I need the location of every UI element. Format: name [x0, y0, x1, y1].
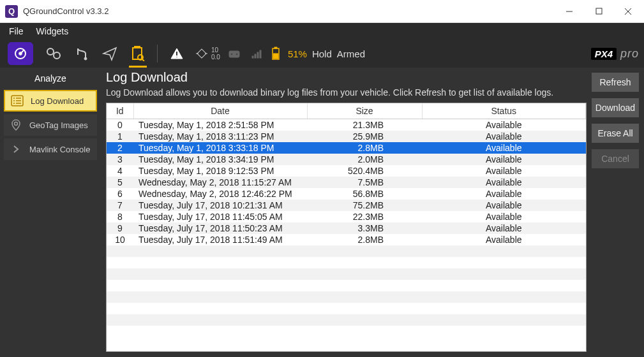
brand-q-icon[interactable] — [8, 42, 33, 65]
svg-rect-20 — [252, 56, 253, 58]
sidebar: Analyze Log Download GeoTag Images Mavli… — [0, 68, 101, 357]
cell-id: 8 — [107, 211, 133, 222]
table-row[interactable]: 9Tuesday, July 17, 2018 11:50:23 AM3.3MB… — [107, 222, 586, 234]
gps-stats: 10 0.0 — [211, 47, 220, 61]
cell-status: Available — [422, 211, 586, 222]
px4-pro-label: pro — [620, 47, 639, 61]
cell-date: Tuesday, July 17, 2018 11:50:23 AM — [133, 222, 307, 234]
cell-date: Tuesday, July 17, 2018 11:51:49 AM — [133, 234, 307, 245]
table-row[interactable]: 6Wednesday, May 2, 2018 12:46:22 PM56.8M… — [107, 188, 586, 200]
sidebar-item-geotag[interactable]: GeoTag Images — [4, 114, 97, 136]
cell-date: Tuesday, May 1, 2018 3:34:19 PM — [133, 154, 307, 165]
table-row[interactable]: 7Tuesday, July 17, 2018 10:21:31 AM75.2M… — [107, 200, 586, 211]
cell-size: 2.8MB — [307, 234, 422, 245]
cell-size: 2.8MB — [307, 142, 422, 154]
cell-status: Available — [422, 200, 586, 211]
erase-all-button[interactable]: Erase All — [592, 124, 639, 143]
svg-point-18 — [230, 54, 232, 55]
sidebar-item-log-download[interactable]: Log Download — [4, 90, 97, 112]
settings-icon[interactable] — [42, 42, 65, 65]
table-row[interactable]: 5Wednesday, May 2, 2018 11:15:27 AM7.5MB… — [107, 177, 586, 188]
px4-brand: PX4 pro — [591, 47, 639, 61]
cell-id: 2 — [107, 142, 133, 154]
page-title: Log Download — [106, 70, 587, 85]
cell-id: 4 — [107, 165, 133, 177]
satellite-icon[interactable] — [193, 42, 210, 65]
cell-status: Available — [422, 119, 586, 131]
refresh-button[interactable]: Refresh — [592, 73, 639, 92]
cell-id: 0 — [107, 119, 133, 131]
table-row-empty — [107, 303, 586, 314]
svg-rect-26 — [273, 54, 278, 59]
minimize-button[interactable] — [555, 0, 584, 23]
table-row[interactable]: 2Tuesday, May 1, 2018 3:33:18 PM2.8MBAva… — [107, 142, 586, 154]
armed-state[interactable]: Armed — [337, 48, 365, 59]
cell-size: 22.3MB — [307, 211, 422, 222]
signal-icon — [251, 42, 264, 65]
cell-date: Tuesday, May 1, 2018 3:33:18 PM — [133, 142, 307, 154]
cancel-button[interactable]: Cancel — [592, 149, 639, 168]
table-row[interactable]: 1Tuesday, May 1, 2018 3:11:23 PM25.9MBAv… — [107, 131, 586, 142]
cell-status: Available — [422, 222, 586, 234]
svg-rect-1 — [596, 8, 602, 14]
cell-status: Available — [422, 142, 586, 154]
sidebar-item-label: Mavlink Console — [29, 145, 90, 154]
svg-rect-23 — [260, 50, 261, 58]
download-button[interactable]: Download — [592, 98, 639, 117]
table-row-empty — [107, 245, 586, 257]
rc-icon — [223, 42, 246, 65]
cell-id: 1 — [107, 131, 133, 142]
col-size[interactable]: Size — [307, 103, 422, 119]
chevron-right-icon — [9, 142, 23, 156]
log-table: Id Date Size Status 0Tuesday, May 1, 201… — [106, 103, 587, 352]
menu-widgets[interactable]: Widgets — [30, 26, 75, 36]
menu-file[interactable]: File — [3, 26, 30, 36]
close-button[interactable] — [613, 0, 643, 23]
svg-point-8 — [84, 57, 87, 60]
window-titlebar: Q QGroundControl v3.3.2 — [0, 0, 644, 23]
table-header-row: Id Date Size Status — [107, 103, 586, 119]
waypoint-icon[interactable] — [70, 42, 93, 65]
cell-date: Tuesday, July 17, 2018 10:21:31 AM — [133, 200, 307, 211]
sidebar-title: Analyze — [4, 71, 97, 87]
warning-icon[interactable] — [165, 42, 188, 65]
col-id[interactable]: Id — [107, 103, 133, 119]
cell-date: Tuesday, May 1, 2018 9:12:53 PM — [133, 165, 307, 177]
sidebar-item-mavlink[interactable]: Mavlink Console — [4, 138, 97, 160]
table-row[interactable]: 10Tuesday, July 17, 2018 11:51:49 AM2.8M… — [107, 234, 586, 245]
table-row-empty — [107, 314, 586, 326]
cell-size: 3.3MB — [307, 222, 422, 234]
svg-point-5 — [19, 52, 22, 55]
svg-point-34 — [15, 122, 18, 126]
cell-status: Available — [422, 165, 586, 177]
cell-size: 25.9MB — [307, 131, 422, 142]
cell-status: Available — [422, 234, 586, 245]
cell-status: Available — [422, 188, 586, 200]
table-row[interactable]: 0Tuesday, May 1, 2018 2:51:58 PM21.3MBAv… — [107, 119, 586, 131]
plane-icon[interactable] — [98, 42, 121, 65]
table-row-empty — [107, 291, 586, 303]
analyze-icon[interactable] — [126, 42, 149, 65]
table-row[interactable]: 4Tuesday, May 1, 2018 9:12:53 PM520.4MBA… — [107, 165, 586, 177]
menubar: File Widgets — [0, 23, 644, 40]
cell-date: Wednesday, May 2, 2018 12:46:22 PM — [133, 188, 307, 200]
col-date[interactable]: Date — [133, 103, 307, 119]
col-status[interactable]: Status — [422, 103, 586, 119]
app-icon: Q — [5, 5, 18, 18]
gps-count: 10 — [211, 47, 220, 54]
cell-id: 3 — [107, 154, 133, 165]
toolbar-divider — [157, 45, 158, 62]
table-row[interactable]: 3Tuesday, May 1, 2018 3:34:19 PM2.0MBAva… — [107, 154, 586, 165]
cell-size: 75.2MB — [307, 200, 422, 211]
svg-point-30 — [13, 100, 15, 101]
cell-date: Tuesday, May 1, 2018 2:51:58 PM — [133, 119, 307, 131]
sidebar-item-label: Log Download — [31, 96, 84, 106]
battery-icon — [269, 42, 283, 65]
svg-point-7 — [54, 52, 60, 59]
cell-size: 520.4MB — [307, 165, 422, 177]
maximize-button[interactable] — [584, 0, 613, 23]
table-row[interactable]: 8Tuesday, July 17, 2018 11:45:05 AM22.3M… — [107, 211, 586, 222]
svg-rect-25 — [274, 47, 277, 48]
svg-line-11 — [142, 59, 144, 61]
flight-mode[interactable]: Hold — [312, 48, 332, 59]
